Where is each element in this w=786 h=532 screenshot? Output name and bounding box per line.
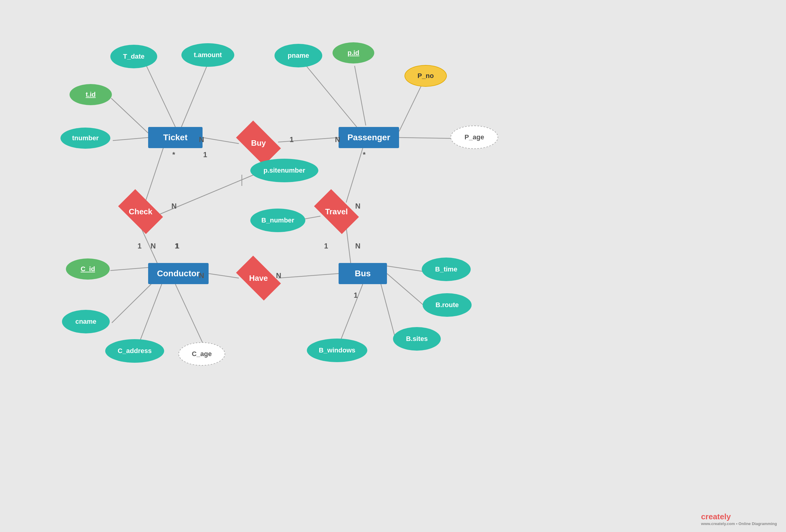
relationship-have-label: Have xyxy=(249,274,268,283)
attribute-pname[interactable]: pname xyxy=(275,44,322,67)
attribute-p-no[interactable]: P_no xyxy=(404,65,447,87)
attribute-b-number[interactable]: B_number xyxy=(250,209,305,232)
attribute-b-windows[interactable]: B_windows xyxy=(307,339,367,362)
svg-line-6 xyxy=(301,59,357,127)
attribute-b-route[interactable]: B.route xyxy=(423,293,471,317)
svg-line-19 xyxy=(140,284,162,342)
attribute-cname[interactable]: cname xyxy=(62,310,110,333)
svg-line-3 xyxy=(113,138,148,141)
attribute-p-id[interactable]: p.id xyxy=(332,42,374,64)
attribute-p-sitenumber[interactable]: p.sitenumber xyxy=(250,159,318,182)
relationship-check-label: Check xyxy=(129,207,152,216)
brand-name: creately xyxy=(701,512,731,521)
svg-line-4 xyxy=(203,138,239,144)
entity-passenger[interactable]: Passenger xyxy=(339,127,399,148)
relationship-have[interactable]: Have xyxy=(239,266,278,290)
relationship-travel-label: Travel xyxy=(325,207,348,216)
entity-passenger-label: Passenger xyxy=(347,133,390,142)
svg-line-7 xyxy=(354,66,366,125)
mult-buy-n-right: N xyxy=(335,135,340,144)
entity-bus[interactable]: Bus xyxy=(339,263,387,284)
attribute-t-id[interactable]: t.id xyxy=(70,84,112,105)
svg-line-1 xyxy=(181,58,210,127)
svg-line-15 xyxy=(346,227,351,263)
mult-check-n-top: N xyxy=(171,202,177,210)
mult-bus-1-bot: 1 xyxy=(354,291,357,300)
diagram-lines xyxy=(0,0,786,532)
relationship-buy-label: Buy xyxy=(251,138,266,148)
mult-buy-1: 1 xyxy=(290,135,294,144)
mult-conductor-1-right: 1 xyxy=(175,242,179,250)
mult-have-n-left: N xyxy=(199,272,204,280)
mult-travel-n-top: N xyxy=(355,202,360,210)
creately-logo: creately www.creately.com • Online Diagr… xyxy=(701,512,777,526)
svg-line-9 xyxy=(399,138,454,138)
mult-travel-n-bot: N xyxy=(355,242,360,250)
svg-line-20 xyxy=(175,284,204,345)
relationship-travel[interactable]: Travel xyxy=(317,200,356,224)
attribute-c-age[interactable]: C_age xyxy=(178,342,225,366)
diagram-container: Ticket Passenger Conductor Bus Buy Check… xyxy=(0,0,786,532)
svg-line-18 xyxy=(112,284,151,323)
attribute-tnumber[interactable]: tnumber xyxy=(61,128,110,149)
svg-line-25 xyxy=(381,284,396,341)
entity-conductor-label: Conductor xyxy=(157,269,200,278)
mult-passenger-star: * xyxy=(363,151,366,159)
attribute-t-amount[interactable]: t.amount xyxy=(181,43,234,67)
brand-tagline: www.creately.com • Online Diagramming xyxy=(701,522,777,526)
attribute-b-time[interactable]: B_time xyxy=(422,257,471,281)
svg-line-23 xyxy=(387,266,423,272)
svg-line-21 xyxy=(209,274,239,278)
svg-line-24 xyxy=(387,274,425,306)
svg-line-5 xyxy=(278,138,339,142)
attribute-c-address[interactable]: C_address xyxy=(105,339,164,363)
mult-travel-1: 1 xyxy=(324,242,328,250)
relationship-check[interactable]: Check xyxy=(121,200,160,224)
attribute-t-date[interactable]: T_date xyxy=(110,45,157,68)
svg-line-14 xyxy=(346,148,363,203)
svg-line-17 xyxy=(110,268,148,271)
mult-check-n-bot: N xyxy=(151,242,156,250)
entity-ticket[interactable]: Ticket xyxy=(148,127,203,148)
mult-buy-n-left: N xyxy=(199,135,204,144)
mult-ticket-star: * xyxy=(172,151,175,159)
mult-ticket-1: 1 xyxy=(203,151,207,159)
mult-conductor-1-left: 1 xyxy=(138,242,141,250)
svg-line-10 xyxy=(145,148,163,203)
attribute-p-age[interactable]: P_age xyxy=(450,125,498,149)
svg-line-8 xyxy=(399,78,425,132)
svg-line-22 xyxy=(278,274,339,278)
svg-line-0 xyxy=(144,60,175,127)
svg-line-26 xyxy=(340,284,363,342)
relationship-buy[interactable]: Buy xyxy=(239,131,278,155)
attribute-b-sites[interactable]: B.sites xyxy=(393,327,441,351)
mult-have-n-right: N xyxy=(276,272,281,280)
svg-line-2 xyxy=(111,98,148,133)
attribute-c-id[interactable]: C_id xyxy=(66,258,110,280)
entity-bus-label: Bus xyxy=(355,269,371,278)
entity-ticket-label: Ticket xyxy=(163,133,187,142)
